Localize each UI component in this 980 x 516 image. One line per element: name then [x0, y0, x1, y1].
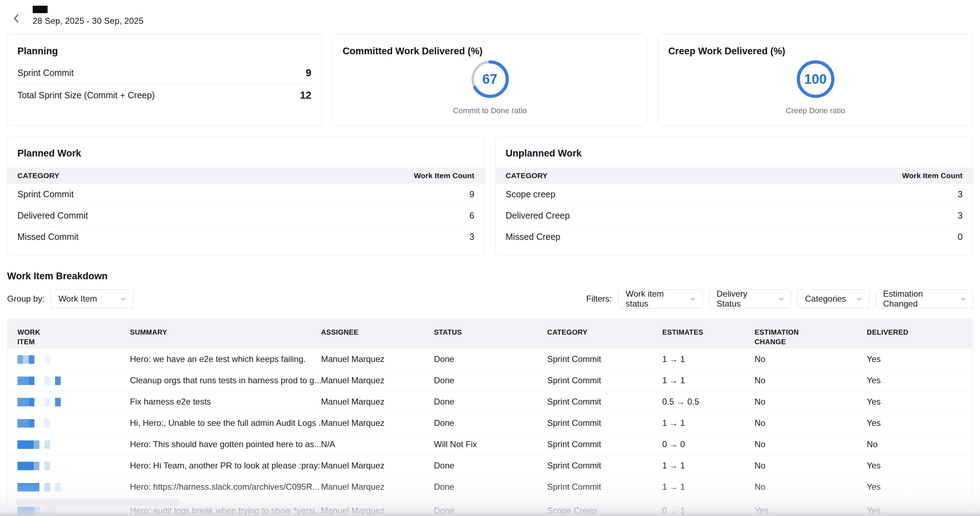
- column-header-work-item-count: Work Item Count: [902, 171, 963, 180]
- unplanned-work-title: Unplanned Work: [496, 137, 972, 168]
- report-title-wrap: 28 Sep, 2025 - 30 Sep, 2025: [33, 6, 143, 26]
- work-item-summary[interactable]: Hero: we have an e2e test which keeps fa…: [130, 354, 321, 364]
- work-item-status: Will Not Fix: [434, 439, 547, 449]
- row-value: 0: [958, 232, 963, 242]
- planned-work-header: CATEGORY Work Item Count: [8, 168, 484, 184]
- work-item-summary[interactable]: Hero: Hi Team, another PR to look at ple…: [130, 460, 321, 471]
- group-by-dropdown[interactable]: Work Item: [51, 289, 133, 308]
- row-value: 6: [469, 210, 474, 221]
- row-label: Missed Commit: [18, 232, 78, 242]
- work-item-estimation-change: No: [754, 397, 867, 407]
- row-value: 3: [958, 210, 963, 221]
- row-value: 3: [958, 189, 963, 200]
- work-item-category: Sprint Commit: [547, 482, 662, 492]
- table-row[interactable]: Fix harness e2e tests Manuel Marquez Don…: [8, 391, 972, 412]
- work-item-breakdown-table: WORK ITEM SUMMARY ASSIGNEE STATUS CATEGO…: [7, 319, 973, 516]
- work-item-delivered: Yes: [867, 460, 972, 471]
- work-item-summary[interactable]: Cleanup orgs that runs tests in harness …: [130, 375, 321, 386]
- planned-work-card: Planned Work CATEGORY Work Item Count Sp…: [7, 137, 485, 255]
- work-item-summary[interactable]: Fix harness e2e tests: [130, 397, 321, 407]
- work-item-delivered: Yes: [867, 354, 972, 364]
- work-item-category: Sprint Commit: [547, 460, 662, 471]
- table-row[interactable]: Hero: Hi Team, another PR to look at ple…: [8, 455, 972, 476]
- filter-delivery-status-dropdown[interactable]: Delivery Status: [709, 289, 791, 308]
- work-item-summary[interactable]: Hero: audit logs break when trying to sh…: [130, 506, 321, 516]
- table-row: Delivered Creep 3: [506, 205, 963, 226]
- creep-gauge-zone: 100 Creep Done ratio: [658, 60, 972, 115]
- group-by-label: Group by:: [7, 294, 45, 304]
- work-item-assignee: Manuel Marquez: [321, 354, 434, 364]
- work-item-category: Sprint Commit: [547, 375, 662, 386]
- work-item-delivered: Yes: [867, 397, 972, 407]
- planning-card: Planning Sprint Commit 9 Total Sprint Si…: [7, 34, 322, 125]
- filter-categories-dropdown[interactable]: Categories: [797, 289, 869, 308]
- work-item-estimates: 1 → 1: [662, 460, 754, 471]
- work-item-summary[interactable]: Hero: https://harness.slack.com/archives…: [130, 482, 321, 492]
- planning-row-sprint-commit: Sprint Commit 9: [18, 62, 312, 84]
- work-item-delivered: Yes: [867, 418, 972, 428]
- work-item-estimates: 0 → 0: [662, 439, 754, 449]
- filter-work-item-status-dropdown[interactable]: Work item status: [618, 289, 703, 308]
- work-item-assignee: Manuel Marquez: [321, 460, 434, 471]
- chevron-down-icon: [120, 296, 126, 302]
- work-item-status: Done: [434, 506, 547, 516]
- work-item-category: Sprint Commit: [547, 439, 662, 449]
- work-item-status: Done: [434, 375, 547, 386]
- work-item-id-redacted: [18, 439, 130, 449]
- committed-gauge-value: 67: [471, 60, 509, 98]
- column-header-assignee: ASSIGNEE: [321, 319, 434, 337]
- work-item-summary[interactable]: Hi, Hero:, Unable to see the full admin …: [130, 418, 321, 428]
- summary-cards-row: Planning Sprint Commit 9 Total Sprint Si…: [7, 34, 973, 125]
- work-item-assignee: Manuel Marquez: [321, 418, 434, 428]
- filter-label: Work item status: [626, 289, 685, 309]
- work-item-delivered: Yes: [867, 375, 972, 386]
- unplanned-work-card: Unplanned Work CATEGORY Work Item Count …: [495, 137, 973, 255]
- row-value: 3: [469, 232, 474, 242]
- table-row[interactable]: Hero: we have an e2e test which keeps fa…: [8, 348, 972, 370]
- work-item-assignee: Manuel Marquez: [321, 506, 434, 516]
- filters-label: Filters:: [586, 294, 612, 304]
- row-label: Scope creep: [506, 189, 555, 200]
- work-item-estimates: 0.5 → 0.5: [662, 397, 754, 407]
- filter-label: Estimation Changed: [883, 289, 955, 309]
- redacted-title-block: [33, 6, 48, 13]
- work-item-status: Done: [434, 418, 547, 428]
- filter-label: Delivery Status: [716, 289, 773, 309]
- table-row[interactable]: Hi, Hero:, Unable to see the full admin …: [8, 412, 972, 433]
- group-by-control: Group by: Work Item: [7, 289, 133, 308]
- planning-row-label: Sprint Commit: [18, 68, 73, 78]
- filter-label: Categories: [805, 294, 846, 304]
- committed-gauge-zone: 67 Commit to Done ratio: [333, 60, 647, 115]
- chevron-down-icon: [690, 296, 696, 302]
- chevron-down-icon: [856, 296, 862, 302]
- work-item-category: Sprint Commit: [547, 354, 662, 364]
- table-row[interactable]: Cleanup orgs that runs tests in harness …: [8, 370, 972, 391]
- chevron-down-icon: [960, 296, 966, 302]
- table-row: Delivered Commit 6: [18, 205, 474, 226]
- column-header-work-item: WORK ITEM: [18, 319, 130, 347]
- table-row[interactable]: Hero: audit logs break when trying to sh…: [8, 497, 972, 516]
- work-tables-row: Planned Work CATEGORY Work Item Count Sp…: [7, 137, 973, 255]
- table-row[interactable]: Hero: This should have gotten pointed he…: [8, 433, 972, 455]
- work-item-status: Done: [434, 397, 547, 407]
- work-item-estimation-change: Yes: [754, 506, 867, 516]
- work-item-id-redacted: [18, 375, 130, 386]
- work-item-estimation-change: No: [754, 354, 867, 364]
- work-item-estimates: 0 → 1: [662, 506, 754, 516]
- filter-estimation-changed-dropdown[interactable]: Estimation Changed: [876, 289, 973, 308]
- planning-card-rows: Sprint Commit 9 Total Sprint Size (Commi…: [18, 62, 312, 106]
- back-button[interactable]: [10, 13, 23, 25]
- planning-row-total-sprint-size: Total Sprint Size (Commit + Creep) 12: [18, 84, 312, 106]
- table-row[interactable]: Hero: https://harness.slack.com/archives…: [8, 476, 972, 497]
- work-item-summary[interactable]: Hero: This should have gotten pointed he…: [130, 439, 321, 449]
- redacted-overlay-bar: [16, 498, 179, 506]
- row-label: Missed Creep: [506, 232, 560, 242]
- work-item-delivered: Yes: [867, 506, 972, 516]
- planning-row-value: 12: [300, 89, 312, 101]
- column-header-category: CATEGORY: [506, 171, 547, 180]
- work-item-estimates: 1 → 1: [662, 482, 754, 492]
- committed-card-title: Committed Work Delivered (%): [343, 35, 637, 57]
- chevron-left-icon: [13, 13, 20, 25]
- top-bar: 28 Sep, 2025 - 30 Sep, 2025: [7, 0, 973, 32]
- sprint-report-page: 28 Sep, 2025 - 30 Sep, 2025 Planning Spr…: [0, 0, 980, 516]
